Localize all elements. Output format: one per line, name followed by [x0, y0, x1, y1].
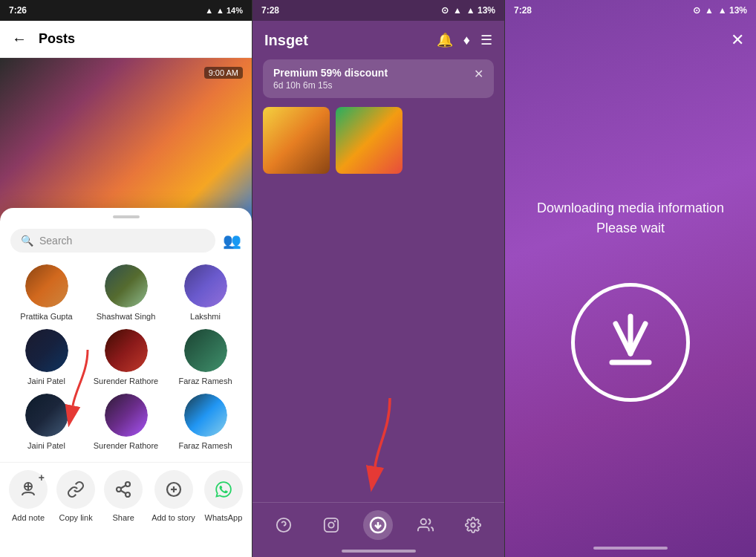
screen3-downloading: 7:28 ⊙ ▲ ▲ 13% ✕ Downloading media infor…	[505, 0, 756, 557]
red-arrow-indicator-2	[364, 398, 416, 475]
battery-icon-2: ▲ 13%	[466, 5, 495, 16]
nav-help[interactable]	[269, 510, 299, 540]
battery-icon: ▲ 14%	[216, 6, 243, 15]
contact-name: Faraz Ramesh	[178, 441, 232, 451]
time-3: 7:28	[514, 5, 532, 16]
search-placeholder: Search	[39, 235, 72, 247]
wifi-icon-3: ▲	[705, 5, 714, 16]
avatar	[184, 394, 227, 437]
diamond-icon[interactable]: ♦	[463, 33, 470, 48]
post-time-badge: 9:00 AM	[204, 67, 243, 79]
add-note-icon: +	[9, 470, 48, 509]
list-item[interactable]: Prattika Gupta	[10, 264, 82, 322]
contact-name: Lakshmi	[190, 312, 221, 322]
red-arrow-indicator-1	[65, 350, 110, 412]
svg-rect-15	[325, 518, 338, 531]
status-bar-3: 7:28 ⊙ ▲ ▲ 13%	[505, 0, 756, 21]
status-bar-1: 7:26 ▲ ▲ 14%	[0, 0, 252, 21]
svg-point-21	[471, 523, 475, 527]
svg-point-3	[126, 482, 130, 486]
avatar	[105, 264, 148, 307]
share-button[interactable]: Share	[104, 470, 143, 522]
avatar	[105, 329, 148, 372]
list-item[interactable]: Faraz Ramesh	[169, 394, 241, 451]
svg-point-16	[328, 522, 333, 527]
svg-point-4	[117, 487, 121, 492]
battery-icon-3: ▲ 13%	[718, 5, 747, 16]
media-thumbnails	[252, 107, 504, 174]
menu-icon[interactable]: ☰	[480, 32, 492, 48]
insget-header: Insget 🔔 ♦ ☰	[252, 21, 504, 59]
copy-link-icon	[56, 470, 95, 509]
actions-row: + Add note Copy link	[0, 462, 252, 530]
back-button[interactable]: ←	[12, 30, 27, 48]
action-label: Add note	[12, 513, 45, 522]
copy-link-button[interactable]: Copy link	[56, 470, 95, 522]
nav-users[interactable]	[411, 510, 440, 540]
nav-instagram[interactable]	[316, 510, 346, 540]
share-icon	[104, 470, 143, 509]
bottom-nav	[252, 502, 504, 547]
action-label: Share	[112, 513, 134, 522]
time-1: 7:26	[9, 5, 27, 16]
add-to-story-button[interactable]: Add to story	[151, 470, 195, 522]
whatsapp-button[interactable]: WhatsApp	[204, 470, 243, 522]
search-container: 🔍 Search 👥	[0, 224, 252, 257]
whatsapp-icon	[204, 470, 243, 509]
contact-name: Shashwat Singh	[97, 312, 156, 322]
avatar	[105, 394, 148, 437]
avatar	[25, 394, 68, 437]
dl-message: Downloading media information Please wai…	[537, 198, 724, 238]
search-icon: 🔍	[21, 235, 33, 247]
avatar	[184, 264, 227, 307]
posts-header: ← Posts	[0, 21, 252, 58]
status-icons-3: ⊙ ▲ ▲ 13%	[693, 5, 747, 16]
search-bar[interactable]: 🔍 Search	[10, 229, 215, 253]
contact-name: Prattika Gupta	[20, 312, 72, 322]
action-label: Add to story	[151, 513, 195, 522]
promo-title: Premium 59% discount	[273, 67, 388, 79]
add-people-icon[interactable]: 👥	[223, 232, 241, 250]
svg-line-6	[121, 490, 126, 493]
wifi-icon-2: ▲	[453, 5, 462, 16]
action-label-whatsapp: WhatsApp	[205, 513, 243, 522]
wifi-icon: ▲	[205, 6, 213, 15]
promo-timer: 6d 10h 6m 15s	[273, 80, 388, 91]
download-circle	[571, 283, 690, 402]
status-icons-1: ▲ ▲ 14%	[205, 6, 243, 15]
avatar	[184, 329, 227, 372]
list-item[interactable]: Shashwat Singh	[90, 264, 162, 322]
thumbnail-1[interactable]	[263, 107, 330, 174]
status-bar-2: 7:28 ⊙ ▲ ▲ 13%	[252, 0, 504, 21]
list-item[interactable]: Lakshmi	[169, 264, 241, 322]
home-indicator-2	[342, 550, 416, 553]
download-arrow-icon	[597, 309, 664, 376]
home-indicator-3	[593, 547, 668, 550]
header-icons: 🔔 ♦ ☰	[437, 32, 492, 48]
svg-line-7	[121, 485, 126, 488]
time-2: 7:28	[261, 5, 279, 16]
sheet-handle	[113, 215, 140, 218]
promo-close-button[interactable]: ✕	[474, 67, 483, 81]
close-button[interactable]: ✕	[731, 30, 744, 50]
app-title: Insget	[264, 32, 308, 49]
recording-icon: ⊙	[441, 5, 449, 16]
promo-text: Premium 59% discount 6d 10h 6m 15s	[273, 67, 388, 91]
screen2-insget: 7:28 ⊙ ▲ ▲ 13% Insget 🔔 ♦ ☰ Premium 59% …	[252, 0, 505, 557]
thumbnail-2[interactable]	[336, 107, 403, 174]
page-title: Posts	[39, 31, 75, 47]
contact-name: Surender Rathore	[94, 441, 158, 451]
contact-name: Faraz Ramesh	[178, 377, 232, 386]
action-label: Copy link	[59, 513, 92, 522]
avatar	[25, 329, 68, 372]
nav-download[interactable]	[363, 510, 393, 540]
svg-point-17	[334, 521, 335, 521]
dl-header: ✕	[505, 21, 756, 59]
share-bottom-sheet: 🔍 Search 👥 Prattika Gupta Shashwat Singh…	[0, 208, 252, 557]
nav-settings[interactable]	[458, 510, 488, 540]
svg-point-5	[126, 492, 130, 497]
list-item[interactable]: Faraz Ramesh	[169, 329, 241, 386]
bell-icon[interactable]: 🔔	[437, 32, 453, 48]
add-note-button[interactable]: + Add note	[9, 470, 48, 522]
dl-message-line1: Downloading media information	[537, 201, 724, 215]
